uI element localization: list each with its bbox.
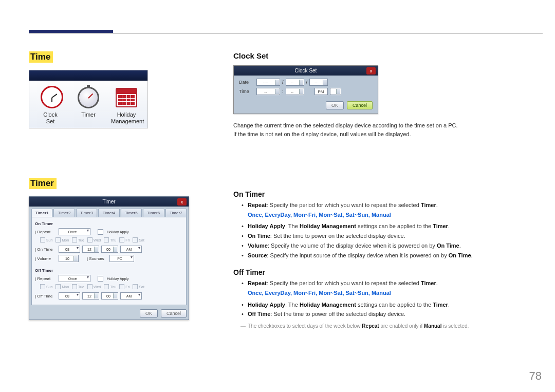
time-panel-label: Holiday Management [111, 111, 142, 125]
day-check: Fri [119, 284, 130, 289]
tab-timer5[interactable]: Timer5 [121, 209, 142, 217]
heading-on-timer: On Timer [233, 190, 521, 198]
time-label: Time [239, 89, 254, 94]
on-time-ampm[interactable]: AM [120, 246, 142, 253]
holiday-apply-checkbox-off[interactable] [98, 276, 103, 282]
date-month[interactable]: -- [286, 79, 304, 86]
close-icon[interactable]: x [177, 198, 187, 206]
on-time-hh[interactable]: 08 [59, 246, 80, 253]
tab-timer3[interactable]: Timer3 [76, 209, 97, 217]
time-panel-illustration: Clock Set Timer Holiday [29, 70, 148, 128]
tab-timer2[interactable]: Timer2 [53, 209, 75, 217]
heading-off-timer: Off Timer [233, 268, 521, 276]
off-time-hh[interactable]: 08 [59, 292, 80, 300]
time-panel-item-holiday[interactable]: Holiday Management [111, 87, 142, 125]
off-days-row: Sun Mon Tue Wed Thu Fri Sat [40, 284, 183, 289]
sources-field[interactable]: PC [109, 255, 134, 262]
tab-timer4[interactable]: Timer4 [98, 209, 119, 217]
tab-timer1[interactable]: Timer1 [31, 209, 52, 217]
day-check: Fri [119, 237, 130, 242]
list-item: Off Time: Set the time to power off the … [242, 309, 521, 319]
time-panel-item-timer[interactable]: Timer [73, 87, 104, 125]
day-check: Wed [87, 237, 101, 242]
repeat-label: | Repeat [35, 230, 57, 234]
time-ampm[interactable]: PM [314, 88, 328, 95]
list-item: Repeat: Specify the period for which you… [242, 200, 521, 210]
cancel-button[interactable]: Cancel [161, 309, 187, 318]
date-label: Date [239, 80, 254, 85]
label-text: Clock [43, 111, 58, 118]
time-hour[interactable]: -- [256, 88, 280, 95]
title-text: Timer [102, 199, 115, 204]
header-rule-thin [29, 33, 543, 33]
on-days-row: Sun Mon Tue Wed Thu Fri Sat [40, 237, 183, 242]
alarm-clock-icon [40, 87, 61, 108]
close-icon[interactable]: x [366, 67, 376, 74]
time-panel-item-clock-set[interactable]: Clock Set [35, 87, 66, 125]
sep: / [282, 80, 284, 85]
on-timer-section-label: On Timer [35, 221, 183, 226]
ok-button[interactable]: OK [326, 101, 344, 109]
label-text: Set [46, 118, 55, 124]
heading-clock-set: Clock Set [233, 51, 521, 60]
time-panel-header [29, 70, 147, 81]
volume-source-row: | Volume 10 | Sources PC [35, 255, 183, 262]
off-time-row: | Off Time 08 12 00 AM [35, 292, 183, 300]
timer-dialog-title: Timer x [29, 197, 189, 207]
on-time-mm2[interactable]: 00 [101, 246, 118, 253]
repeat-label: | Repeat [35, 276, 57, 281]
time-row: Time -- : -- PM [239, 88, 373, 95]
off-timer-list: Repeat: Specify the period for which you… [242, 278, 521, 288]
clockset-title: Clock Set x [234, 66, 378, 76]
off-timer-section-label: Off Timer [35, 268, 183, 273]
right-column: Clock Set Clock Set x Date ---- / -- / -… [233, 51, 521, 330]
label-text: Holiday [117, 111, 136, 118]
day-check: Sun [40, 284, 52, 289]
timer-dialog-buttons: OK Cancel [29, 307, 189, 320]
list-item: Volume: Specify the volume of the displa… [242, 241, 521, 251]
day-check: Mon [55, 237, 69, 242]
tab-timer7[interactable]: Timer7 [165, 209, 187, 217]
sep: / [306, 80, 308, 85]
time-ampm-spin[interactable] [330, 88, 341, 95]
off-time-mm2[interactable]: 00 [101, 292, 118, 300]
day-check: Wed [87, 284, 101, 289]
off-time-mm1[interactable]: 12 [82, 292, 99, 300]
on-timer-list-2: Holiday Apply: The Holiday Management se… [242, 221, 521, 260]
clockset-body: Date ---- / -- / -- Time -- : -- PM [234, 76, 378, 99]
day-check: Tue [72, 284, 84, 289]
list-item: On Time: Set the time to power on the se… [242, 231, 521, 241]
volume-field[interactable]: 10 [59, 255, 79, 262]
volume-label: | Volume [35, 256, 57, 261]
on-timer-options: Once, EveryDay, Mon~Fri, Mon~Sat, Sat~Su… [248, 210, 521, 220]
page-number: 78 [529, 369, 542, 383]
clockset-dialog-illustration: Clock Set x Date ---- / -- / -- Time -- … [233, 65, 378, 114]
tab-timer6[interactable]: Timer6 [143, 209, 164, 217]
heading-time: Time [29, 51, 53, 63]
off-time-ampm[interactable]: AM [120, 292, 142, 300]
timer-dialog-body: On Timer | Repeat Once Holiday Apply Sun… [31, 217, 187, 305]
sources-label: | Sources [87, 256, 107, 261]
on-time-row: | On Time 08 12 00 AM [35, 246, 183, 253]
date-day[interactable]: -- [309, 79, 328, 86]
sep: : [282, 89, 284, 94]
ok-button[interactable]: OK [140, 309, 158, 318]
on-timer-list: Repeat: Specify the period for which you… [242, 200, 521, 210]
holiday-apply-checkbox[interactable] [98, 229, 103, 235]
time-min[interactable]: -- [286, 88, 304, 95]
date-year[interactable]: ---- [256, 79, 280, 86]
time-panel-body: Clock Set Timer Holiday [29, 81, 147, 128]
on-time-mm1[interactable]: 12 [82, 246, 99, 253]
day-check: Mon [55, 284, 69, 289]
list-item: Holiday Apply: The Holiday Management se… [242, 221, 521, 231]
timer-dialog-illustration: Timer x Timer1 Timer2 Timer3 Timer4 Time… [29, 196, 189, 320]
list-item: Repeat: Specify the period for which you… [242, 278, 521, 288]
calendar-icon [116, 87, 137, 108]
holiday-apply-label: Holiday Apply [107, 230, 128, 234]
time-panel-label: Timer [73, 111, 104, 118]
cancel-button[interactable]: Cancel [347, 101, 373, 109]
repeat-select[interactable]: Once [59, 228, 90, 235]
repeat-select-off[interactable]: Once [59, 275, 90, 282]
label-text: Timer [81, 111, 96, 118]
day-check: Thu [104, 237, 116, 242]
